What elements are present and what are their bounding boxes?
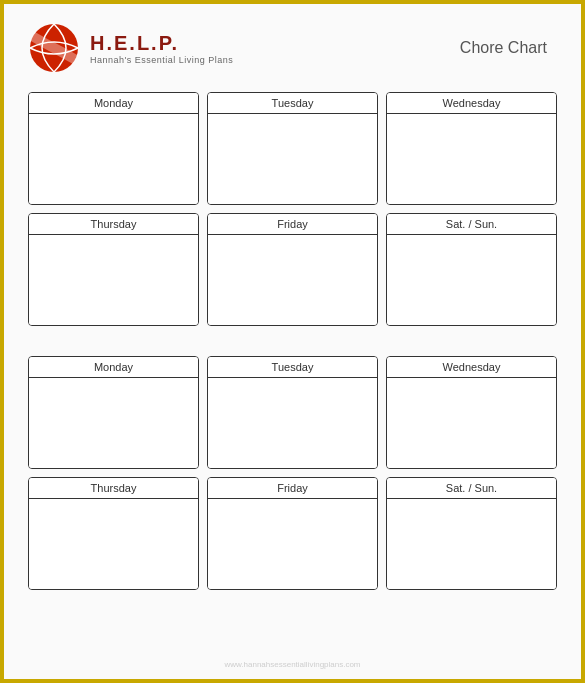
day-label-thursday-2: Thursday	[29, 478, 198, 499]
cell-thursday-2: Thursday	[28, 477, 199, 590]
section2-row1: Monday Tuesday Wednesday	[28, 356, 557, 469]
cell-friday-2: Friday	[207, 477, 378, 590]
cell-satun-1: Sat. / Sun.	[386, 213, 557, 326]
day-body-satun-2	[387, 499, 556, 589]
chart-title: Chore Chart	[460, 39, 547, 57]
day-body-thursday-2	[29, 499, 198, 589]
day-label-monday-1: Monday	[29, 93, 198, 114]
cell-wednesday-2: Wednesday	[386, 356, 557, 469]
logo-text-area: H.E.L.P. Hannah's Essential Living Plans	[90, 32, 233, 65]
day-label-thursday-1: Thursday	[29, 214, 198, 235]
day-body-friday-1	[208, 235, 377, 325]
section-divider	[28, 342, 557, 356]
day-label-wednesday-2: Wednesday	[387, 357, 556, 378]
day-label-monday-2: Monday	[29, 357, 198, 378]
section2: Monday Tuesday Wednesday Thursday Friday	[28, 356, 557, 590]
day-body-tuesday-2	[208, 378, 377, 468]
logo-icon	[28, 22, 80, 74]
logo-title: H.E.L.P.	[90, 32, 233, 55]
day-label-tuesday-2: Tuesday	[208, 357, 377, 378]
day-body-monday-2	[29, 378, 198, 468]
cell-friday-1: Friday	[207, 213, 378, 326]
section1-row2: Thursday Friday Sat. / Sun.	[28, 213, 557, 326]
day-label-satun-2: Sat. / Sun.	[387, 478, 556, 499]
section1-row1: Monday Tuesday Wednesday	[28, 92, 557, 205]
section1: Monday Tuesday Wednesday Thursday Friday	[28, 92, 557, 326]
day-label-wednesday-1: Wednesday	[387, 93, 556, 114]
day-body-wednesday-2	[387, 378, 556, 468]
cell-monday-2: Monday	[28, 356, 199, 469]
day-body-friday-2	[208, 499, 377, 589]
cell-wednesday-1: Wednesday	[386, 92, 557, 205]
cell-tuesday-1: Tuesday	[207, 92, 378, 205]
watermark: www.hannahsessentiallivingplans.com	[224, 660, 360, 669]
page: H.E.L.P. Hannah's Essential Living Plans…	[4, 4, 581, 679]
day-body-thursday-1	[29, 235, 198, 325]
day-label-satun-1: Sat. / Sun.	[387, 214, 556, 235]
logo-subtitle: Hannah's Essential Living Plans	[90, 55, 233, 65]
day-body-tuesday-1	[208, 114, 377, 204]
cell-satun-2: Sat. / Sun.	[386, 477, 557, 590]
header: H.E.L.P. Hannah's Essential Living Plans…	[28, 22, 557, 74]
day-body-monday-1	[29, 114, 198, 204]
cell-thursday-1: Thursday	[28, 213, 199, 326]
cell-tuesday-2: Tuesday	[207, 356, 378, 469]
day-label-tuesday-1: Tuesday	[208, 93, 377, 114]
section2-row2: Thursday Friday Sat. / Sun.	[28, 477, 557, 590]
logo-area: H.E.L.P. Hannah's Essential Living Plans	[28, 22, 233, 74]
day-body-satun-1	[387, 235, 556, 325]
day-label-friday-2: Friday	[208, 478, 377, 499]
day-label-friday-1: Friday	[208, 214, 377, 235]
cell-monday-1: Monday	[28, 92, 199, 205]
day-body-wednesday-1	[387, 114, 556, 204]
